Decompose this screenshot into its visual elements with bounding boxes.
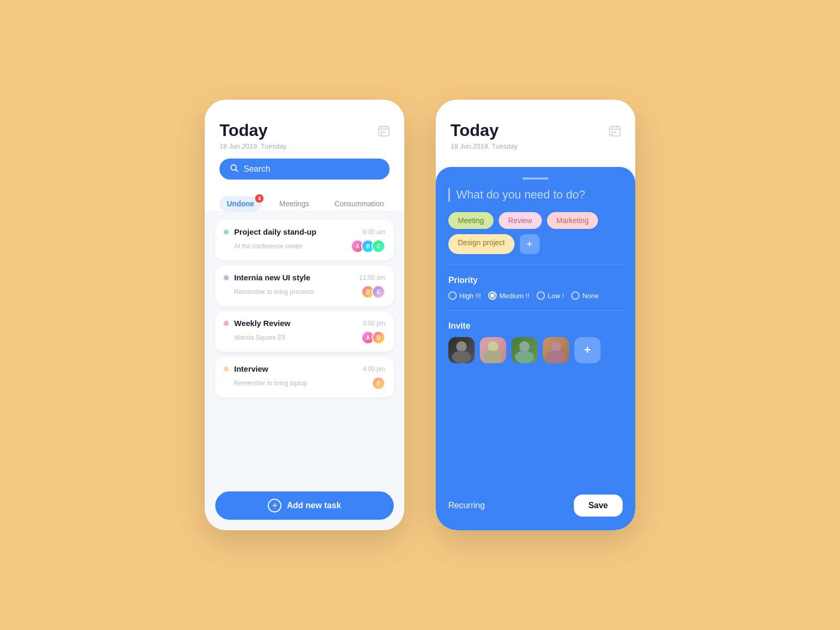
tab-badge: 4 — [255, 194, 264, 203]
task-time-4: 4:00 pm — [363, 365, 385, 373]
priority-options: High !!! Medium !! Low ! None — [448, 291, 623, 300]
svg-rect-13 — [612, 131, 613, 133]
task-dot-3 — [224, 321, 229, 326]
svg-rect-4 — [381, 131, 382, 133]
right-body: What do you need to do? Meeting Review M… — [436, 167, 635, 530]
task-avatars-2: D E — [361, 285, 385, 299]
svg-rect-15 — [612, 133, 613, 135]
tag-meeting[interactable]: Meeting — [448, 212, 494, 229]
radio-high — [448, 291, 457, 300]
invite-avatar-1[interactable] — [448, 337, 475, 363]
svg-point-17 — [452, 351, 471, 363]
radio-medium-inner — [490, 293, 495, 298]
svg-line-8 — [236, 170, 238, 172]
task-footer-1: At the conference center A B C — [224, 239, 385, 253]
avatar: D — [372, 331, 385, 344]
task-input-area[interactable]: What do you need to do? — [448, 188, 623, 202]
svg-point-18 — [488, 341, 498, 352]
search-label: Search — [244, 164, 270, 174]
search-bar[interactable]: Search — [219, 159, 390, 180]
right-date-subtitle: 18 Jun.2019, Tuesday — [450, 142, 621, 150]
invite-avatar-3[interactable] — [511, 337, 538, 363]
left-header: Today 18 Jun.2019, Tuesday — [205, 100, 404, 190]
tag-review[interactable]: Review — [499, 212, 542, 229]
svg-point-20 — [519, 341, 530, 352]
right-phone: Today 18 Jun.2019, Tuesday What do you n… — [436, 100, 635, 530]
invite-avatars: + — [448, 337, 623, 363]
tags-grid: Meeting Review Marketing Design project … — [448, 212, 623, 265]
save-button[interactable]: Save — [574, 495, 623, 517]
invite-avatar-4[interactable] — [543, 337, 569, 363]
right-calendar-icon — [609, 125, 621, 139]
tab-consummation[interactable]: Consummation — [327, 196, 391, 211]
invite-avatar-2[interactable] — [480, 337, 506, 363]
task-footer-3: Wanda Square E5 A D — [224, 331, 385, 344]
page-title: Today — [219, 121, 268, 140]
task-dot-2 — [224, 275, 229, 280]
right-page-title: Today — [450, 121, 499, 140]
task-dot-1 — [224, 229, 229, 235]
invite-add-button[interactable]: + — [574, 337, 601, 363]
phone-notch — [522, 177, 549, 180]
task-card-2[interactable]: Internia new UI style 11:00 am Remember … — [215, 266, 394, 306]
svg-point-16 — [456, 341, 467, 352]
left-phone: Today 18 Jun.2019, Tuesday — [205, 100, 404, 530]
search-icon — [230, 164, 238, 174]
task-location-2: Remember to bring presents — [234, 288, 314, 296]
add-task-button[interactable]: + Add new task — [215, 491, 394, 520]
tag-design[interactable]: Design project — [448, 234, 514, 254]
svg-point-22 — [551, 341, 561, 352]
calendar-icon — [378, 125, 390, 139]
task-footer-4: Remember to bring laptop F — [224, 376, 385, 390]
task-header: Project daily stand-up 9:00 am — [224, 227, 385, 236]
task-left: Interview — [224, 364, 268, 373]
task-card-1[interactable]: Project daily stand-up 9:00 am At the co… — [215, 220, 394, 260]
tab-undone[interactable]: Undone 4 — [219, 196, 261, 211]
avatar: F — [372, 376, 385, 390]
recurring-button[interactable]: Recurring — [448, 501, 485, 510]
task-left: Project daily stand-up — [224, 227, 317, 236]
task-header: Interview 4:00 pm — [224, 364, 385, 373]
tab-meetings[interactable]: Meetings — [272, 196, 317, 211]
task-title-2: Internia new UI style — [234, 273, 310, 282]
svg-rect-5 — [383, 131, 385, 133]
task-title-4: Interview — [234, 364, 268, 373]
svg-point-21 — [515, 351, 534, 363]
radio-medium — [488, 291, 497, 300]
svg-point-19 — [484, 351, 502, 363]
priority-none[interactable]: None — [571, 291, 598, 300]
radio-none — [571, 291, 580, 300]
right-footer: Recurring Save — [448, 488, 623, 520]
date-subtitle: 18 Jun.2019, Tuesday — [219, 142, 390, 150]
task-left: Internia new UI style — [224, 273, 310, 282]
invite-title: Invite — [448, 321, 623, 331]
header-top: Today — [219, 121, 390, 140]
priority-none-label: None — [582, 292, 598, 300]
task-title-3: Weekly Review — [234, 319, 290, 328]
task-dot-4 — [224, 366, 229, 372]
task-card-3[interactable]: Weekly Review 3:00 pm Wanda Square E5 A … — [215, 311, 394, 352]
svg-point-23 — [547, 351, 565, 363]
priority-high[interactable]: High !!! — [448, 291, 481, 300]
task-time-1: 9:00 am — [363, 228, 385, 236]
add-tag-button[interactable]: + — [520, 234, 540, 254]
task-avatars-1: A B C — [351, 239, 385, 253]
svg-rect-6 — [381, 133, 382, 135]
task-left: Weekly Review — [224, 319, 290, 328]
priority-medium-label: Medium !! — [499, 292, 529, 300]
task-location-4: Remember to bring laptop — [234, 380, 307, 387]
task-card-4[interactable]: Interview 4:00 pm Remember to bring lapt… — [215, 357, 394, 397]
task-header: Internia new UI style 11:00 am — [224, 273, 385, 282]
avatar: E — [372, 285, 385, 299]
priority-low-label: Low ! — [548, 292, 564, 300]
add-task-label: Add new task — [287, 501, 341, 510]
priority-high-label: High !!! — [459, 292, 481, 300]
task-footer-2: Remember to bring presents D E — [224, 285, 385, 299]
priority-medium[interactable]: Medium !! — [488, 291, 529, 300]
task-location-1: At the conference center — [234, 243, 303, 250]
avatar: C — [372, 239, 385, 253]
tag-marketing[interactable]: Marketing — [547, 212, 598, 229]
tasks-list: Project daily stand-up 9:00 am At the co… — [205, 212, 404, 486]
priority-low[interactable]: Low ! — [537, 291, 564, 300]
task-time-2: 11:00 am — [359, 274, 385, 281]
